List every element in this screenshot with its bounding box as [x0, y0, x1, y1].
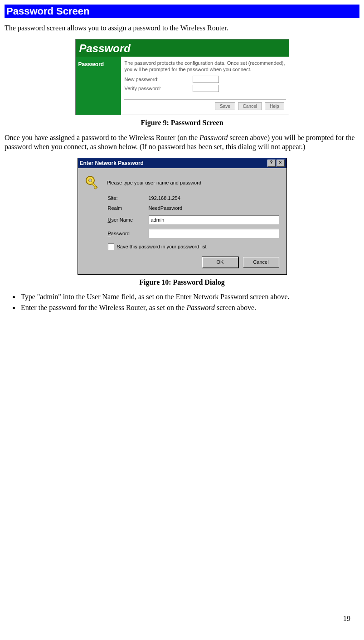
network-password-dialog: Enter Network Password ? × Please type y… [78, 158, 287, 275]
verify-password-label: Verify password: [125, 86, 193, 91]
intro-text: The password screen allows you to assign… [5, 24, 228, 32]
save-password-checkbox[interactable] [108, 243, 114, 250]
password-input[interactable] [149, 229, 279, 238]
new-password-row: New password: [125, 76, 285, 83]
save-password-label: Save this password in your password list [117, 244, 207, 249]
save-password-row: Save this password in your password list [108, 243, 279, 250]
password-panel: Password Password The password protects … [75, 39, 289, 115]
verify-password-input[interactable] [193, 85, 219, 92]
bullet-2-pre: Enter the password for the Wireless Rout… [21, 304, 186, 311]
list-item: Enter the password for the Wireless Rout… [20, 304, 359, 312]
figure-2-wrap: Enter Network Password ? × Please type y… [5, 158, 359, 275]
divider [124, 99, 286, 100]
bullet-2-italic: Password [186, 304, 215, 311]
cancel-button[interactable]: Cancel [238, 102, 262, 110]
mid-text-pre: Once you have assigned a password to the… [5, 134, 199, 141]
figure-1-caption: Figure 9: Password Screen [5, 119, 359, 127]
username-label: User Name [108, 217, 149, 223]
bullet-2-post: screen above. [215, 304, 256, 311]
dialog-body: Please type your user name and password.… [78, 168, 286, 274]
section-title-bar: Password Screen [5, 5, 359, 18]
dialog-prompt-text: Please type your user name and password. [107, 180, 203, 185]
bullet-1-text: Type "admin" into the User Name field, a… [21, 293, 290, 301]
password-panel-main: The password protects the configuration … [121, 57, 289, 115]
password-label: Password [108, 231, 149, 236]
help-icon[interactable]: ? [267, 160, 276, 167]
cancel-button-dialog[interactable]: Cancel [243, 257, 279, 268]
ok-button[interactable]: OK [202, 257, 238, 268]
window-buttons: ? × [267, 160, 285, 167]
section-title-text: Password Screen [6, 5, 89, 17]
realm-label: Realm [108, 205, 149, 211]
realm-value: NeedPassword [149, 205, 279, 211]
page-number: 19 [343, 615, 350, 623]
password-panel-sidebar: Password [76, 57, 121, 115]
dialog-title-text: Enter Network Password [80, 160, 144, 166]
mid-paragraph: Once you have assigned a password to the… [5, 133, 359, 151]
dialog-titlebar: Enter Network Password ? × [78, 158, 286, 168]
svg-point-1 [88, 179, 92, 182]
sidebar-label: Password [78, 61, 104, 68]
close-icon[interactable]: × [277, 160, 285, 167]
site-label: Site: [108, 195, 149, 201]
figure-1-wrap: Password Password The password protects … [5, 39, 359, 115]
verify-password-row: Verify password: [125, 85, 285, 92]
dialog-prompt-row: Please type your user name and password. [84, 175, 279, 191]
password-panel-title: Password [76, 39, 289, 57]
new-password-label: New password: [125, 77, 193, 82]
figure-2-caption: Figure 10: Password Dialog [5, 278, 359, 286]
key-icon [84, 175, 101, 191]
help-button[interactable]: Help [265, 102, 284, 110]
password-panel-body: Password The password protects the confi… [76, 57, 289, 115]
username-input-value: admin [151, 217, 165, 223]
password-panel-button-row: Save Cancel Help [215, 102, 284, 110]
username-input[interactable]: admin [149, 215, 279, 224]
instruction-list: Type "admin" into the User Name field, a… [5, 293, 359, 312]
save-button[interactable]: Save [215, 102, 235, 110]
dialog-button-row: OK Cancel [84, 257, 279, 268]
list-item: Type "admin" into the User Name field, a… [20, 293, 359, 301]
password-panel-description: The password protects the configuration … [125, 60, 285, 73]
site-value: 192.168.1.254 [149, 195, 279, 201]
dialog-field-grid: Site: 192.168.1.254 Realm NeedPassword U… [108, 195, 279, 238]
new-password-input[interactable] [193, 76, 219, 83]
intro-paragraph: The password screen allows you to assign… [5, 24, 359, 33]
mid-text-italic: Password [199, 134, 228, 141]
